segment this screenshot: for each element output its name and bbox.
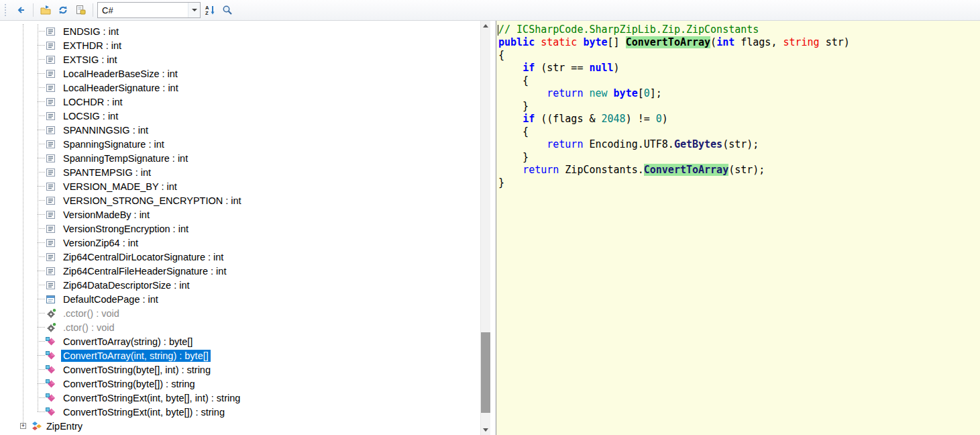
- constructor-icon: [46, 308, 56, 319]
- scrollbar-down-arrow[interactable]: [481, 425, 490, 435]
- tree-item-label: EXTSIG : int: [63, 54, 117, 66]
- tree-scrollbar[interactable]: [480, 21, 490, 435]
- code-token: ((flags &: [535, 113, 601, 125]
- literal-field-icon: [46, 125, 56, 136]
- literal-field-icon: [46, 195, 56, 206]
- sort-button[interactable]: A Z: [202, 2, 218, 18]
- tree-item[interactable]: VERSION_MADE_BY : int: [5, 179, 481, 193]
- tree-item-label: .cctor() : void: [63, 307, 119, 320]
- back-button[interactable]: [13, 2, 29, 18]
- tree-item[interactable]: VersionZip64 : int: [5, 236, 481, 250]
- code-token: [498, 113, 523, 125]
- code-token: (str);: [728, 164, 765, 176]
- literal-field-icon: [46, 26, 56, 37]
- tree-item[interactable]: DefaultCodePage : int: [5, 292, 481, 306]
- literal-field-icon: [46, 97, 56, 107]
- sort-icon: A Z: [205, 5, 215, 15]
- code-token: ): [614, 62, 620, 74]
- tree-item[interactable]: .cctor() : void: [5, 306, 481, 320]
- tree-item[interactable]: ConvertToStringExt(int, byte[], int) : s…: [5, 391, 481, 405]
- method-icon: [46, 365, 56, 375]
- assembly-list-button[interactable]: [72, 2, 89, 18]
- code-token: return: [523, 164, 559, 176]
- tree-item-label: ConvertToStringExt(int, byte[], int) : s…: [63, 392, 240, 404]
- language-selector[interactable]: C#: [97, 2, 201, 18]
- code-token: []: [608, 36, 626, 48]
- tree-item-label: LocalHeaderSignature : int: [63, 82, 178, 94]
- refresh-button[interactable]: [55, 2, 71, 18]
- tree-item[interactable]: LOCSIG : int: [5, 109, 481, 123]
- svg-text:Z: Z: [205, 10, 209, 15]
- open-file-button[interactable]: [38, 2, 54, 18]
- member-tree[interactable]: ENDSIG : intEXTHDR : intEXTSIG : intLoca…: [5, 24, 481, 435]
- tree-item[interactable]: Zip64CentralDirLocatorSignature : int: [5, 250, 481, 264]
- tree-item-label: ConvertToString(byte[]) : string: [63, 378, 195, 390]
- literal-field-icon: [46, 40, 56, 51]
- code-view[interactable]: // ICSharpCode.SharpZipLib.Zip.ZipConsta…: [496, 21, 980, 189]
- tree-item[interactable]: SpanningSignature : int: [5, 137, 481, 151]
- tree-item-label: SpanningSignature : int: [63, 138, 164, 150]
- code-line: return new byte[0];: [498, 87, 975, 100]
- code-token: Encoding.UTF8.: [583, 138, 673, 150]
- panel-splitter[interactable]: [490, 21, 496, 435]
- tree-item-label: ConvertToString(byte[], int) : string: [63, 364, 211, 376]
- tree-item[interactable]: ZipEntry: [5, 419, 481, 433]
- tree-item-label: SPANTEMPSIG : int: [63, 166, 151, 179]
- literal-field-icon: [46, 280, 56, 291]
- class-icon: [32, 421, 42, 432]
- tree-item[interactable]: ConvertToStringExt(int, byte[]) : string: [5, 405, 481, 419]
- tree-item[interactable]: SpanningTempSignature : int: [5, 151, 481, 165]
- tree-item[interactable]: EXTHDR : int: [5, 38, 481, 52]
- tree-item[interactable]: ConvertToString(byte[], int) : string: [5, 362, 481, 377]
- code-token: [498, 62, 523, 74]
- tree-item[interactable]: LOCHDR : int: [5, 95, 481, 109]
- tree-item-label: VersionStrongEncryption : int: [63, 223, 188, 235]
- tree-item[interactable]: LocalHeaderSignature : int: [5, 81, 481, 95]
- code-token: 0: [656, 113, 662, 125]
- chevron-down-icon[interactable]: [188, 3, 200, 17]
- expander-plus-icon[interactable]: [20, 423, 26, 429]
- code-line: {: [498, 126, 975, 138]
- search-button[interactable]: [219, 2, 235, 18]
- tree-item[interactable]: VersionMadeBy : int: [5, 207, 481, 222]
- code-token: }: [498, 177, 504, 189]
- code-line: }: [498, 100, 975, 113]
- tree-item[interactable]: LocalHeaderBaseSize : int: [5, 66, 481, 81]
- method-icon: [46, 393, 56, 403]
- tree-item-label: SPANNINGSIG : int: [63, 124, 148, 136]
- tree-item[interactable]: ENDSIG : int: [5, 24, 481, 38]
- tree-item[interactable]: ConvertToArray(int, string) : byte[]: [5, 348, 481, 362]
- tree-item[interactable]: ConvertToString(byte[]) : string: [5, 377, 481, 391]
- code-line: }: [498, 151, 975, 164]
- literal-field-icon: [46, 153, 56, 164]
- tree-item-label: VersionZip64 : int: [63, 237, 138, 249]
- literal-field-icon: [46, 252, 56, 262]
- tree-item[interactable]: ConvertToArray(string) : byte[]: [5, 334, 481, 348]
- tree-item[interactable]: EXTSIG : int: [5, 52, 481, 66]
- code-token: [608, 87, 614, 99]
- literal-field-icon: [46, 83, 56, 93]
- code-line: {: [498, 49, 975, 62]
- tree-item-label: VERSION_MADE_BY : int: [63, 181, 177, 193]
- literal-field-icon: [46, 238, 56, 248]
- tree-item[interactable]: SPANTEMPSIG : int: [5, 165, 481, 179]
- code-token: static: [541, 36, 577, 48]
- tree-item[interactable]: SPANNINGSIG : int: [5, 123, 481, 137]
- tree-item[interactable]: VERSION_STRONG_ENCRYPTION : int: [5, 193, 481, 207]
- code-panel[interactable]: // ICSharpCode.SharpZipLib.Zip.ZipConsta…: [496, 21, 980, 435]
- scrollbar-up-arrow[interactable]: [481, 21, 490, 31]
- tree-item[interactable]: VersionStrongEncryption : int: [5, 222, 481, 236]
- back-icon: [15, 5, 26, 15]
- code-token: 0: [644, 87, 650, 99]
- tree-item[interactable]: .ctor() : void: [5, 320, 481, 334]
- method-icon: [46, 407, 56, 418]
- scrollbar-thumb[interactable]: [481, 332, 490, 413]
- tree-item[interactable]: Zip64CentralFileHeaderSignature : int: [5, 264, 481, 278]
- code-token: new: [589, 87, 607, 99]
- toolbar-separator: [93, 3, 93, 17]
- code-token: [498, 87, 547, 99]
- tree-item[interactable]: Zip64DataDescriptorSize : int: [5, 278, 481, 292]
- tree-item-label: SpanningTempSignature : int: [63, 152, 188, 164]
- tree-item-label: ConvertToArray(string) : byte[]: [63, 336, 193, 348]
- main-content: ENDSIG : intEXTHDR : intEXTSIG : intLoca…: [0, 21, 980, 435]
